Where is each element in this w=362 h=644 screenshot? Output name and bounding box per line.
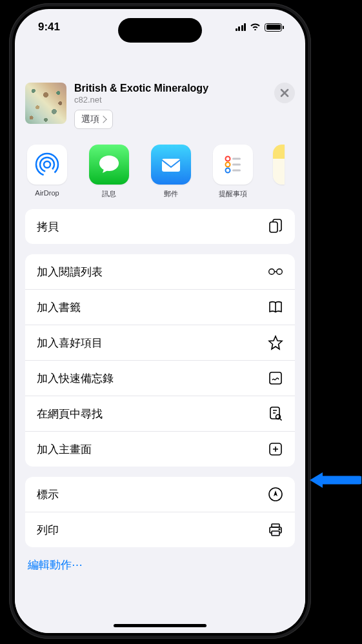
action-label: 標示: [37, 487, 59, 502]
edit-actions-link[interactable]: 編輯動作⋯: [15, 558, 305, 585]
action-label: 拷貝: [37, 219, 59, 234]
book-icon: [268, 299, 283, 315]
mail-app[interactable]: 郵件: [149, 145, 193, 199]
action-label: 加入喜好項目: [37, 336, 103, 350]
notes-app-partial[interactable]: [273, 145, 285, 199]
app-label: 訊息: [102, 189, 116, 199]
action-label: 在網頁中尋找: [37, 407, 103, 421]
home-indicator[interactable]: [114, 624, 206, 627]
print-action[interactable]: 列印: [25, 512, 295, 547]
svg-rect-8: [232, 158, 241, 160]
svg-point-5: [226, 157, 230, 161]
airdrop-app[interactable]: AirDrop: [25, 145, 69, 199]
add-quick-note-action[interactable]: 加入快速備忘錄: [25, 361, 295, 396]
notes-icon: [273, 145, 285, 185]
reminders-app[interactable]: 提醒事項: [211, 145, 255, 199]
svg-point-1: [40, 157, 54, 172]
options-label: 選項: [81, 114, 99, 125]
svg-rect-21: [272, 531, 279, 536]
chevron-right-icon: [99, 116, 106, 123]
svg-point-6: [226, 163, 230, 167]
app-label: 郵件: [164, 189, 178, 199]
glasses-icon: [268, 264, 283, 279]
sheet-header: British & Exotic Mineralogy c82.net 選項: [15, 71, 305, 138]
dynamic-island: [118, 18, 202, 43]
share-apps-row: AirDrop 訊息 郵件: [15, 138, 305, 209]
close-button[interactable]: [274, 83, 295, 103]
action-label: 加入書籤: [37, 300, 81, 315]
markup-action[interactable]: 標示: [25, 477, 295, 512]
messages-app[interactable]: 訊息: [87, 145, 131, 199]
reminders-icon: [213, 145, 253, 185]
svg-point-3: [99, 156, 119, 171]
svg-rect-10: [232, 170, 241, 172]
airdrop-icon: [27, 145, 67, 185]
copy-icon: [268, 219, 283, 234]
action-group-1: 拷貝: [25, 209, 295, 244]
options-button[interactable]: 選項: [74, 110, 113, 129]
action-label: 加入閱讀列表: [37, 265, 103, 279]
cellular-signal-icon: [236, 23, 246, 31]
annotation-arrow-icon: [307, 467, 361, 493]
close-icon: [280, 88, 289, 97]
action-group-3: 標示 列印: [25, 477, 295, 547]
find-on-page-action[interactable]: 在網頁中尋找: [25, 396, 295, 432]
messages-icon: [89, 145, 129, 185]
svg-rect-4: [162, 159, 180, 172]
markup-icon: [268, 487, 283, 502]
action-label: 列印: [37, 523, 59, 538]
add-favorite-action[interactable]: 加入喜好項目: [25, 325, 295, 361]
svg-rect-9: [232, 164, 241, 166]
action-group-2: 加入閱讀列表 加入書籤 加入喜好項目: [25, 254, 295, 467]
status-time: 9:41: [38, 21, 60, 34]
svg-point-12: [269, 269, 275, 275]
add-bookmark-action[interactable]: 加入書籤: [25, 290, 295, 325]
action-label: 加入快速備忘錄: [37, 371, 114, 386]
action-label: 加入主畫面: [37, 442, 92, 457]
page-url: c82.net: [74, 95, 266, 105]
svg-point-13: [277, 269, 283, 275]
battery-icon: [265, 23, 282, 32]
find-icon: [268, 406, 283, 421]
svg-rect-11: [270, 222, 277, 232]
svg-point-22: [279, 528, 280, 530]
app-label: AirDrop: [35, 189, 59, 197]
print-icon: [268, 522, 283, 538]
star-icon: [268, 335, 283, 350]
add-to-home-screen-action[interactable]: 加入主畫面: [25, 432, 295, 467]
add-reading-list-action[interactable]: 加入閱讀列表: [25, 254, 295, 290]
share-sheet: British & Exotic Mineralogy c82.net 選項: [15, 71, 305, 633]
page-title: British & Exotic Mineralogy: [74, 83, 266, 94]
mail-icon: [151, 145, 191, 185]
note-icon: [268, 370, 283, 386]
page-preview-thumbnail: [25, 83, 66, 124]
wifi-icon: [250, 21, 261, 33]
app-label: 提醒事項: [219, 189, 247, 199]
copy-action[interactable]: 拷貝: [25, 209, 295, 244]
svg-point-0: [44, 161, 50, 168]
phone-frame: 9:41: [9, 3, 311, 639]
plus-app-icon: [268, 441, 283, 457]
svg-point-7: [226, 168, 230, 173]
svg-rect-14: [270, 372, 281, 384]
